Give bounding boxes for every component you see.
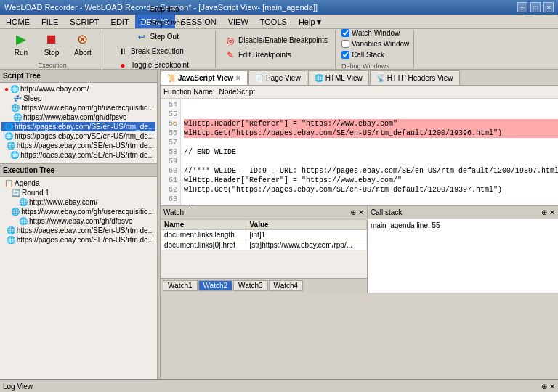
step-over-button[interactable]: ↷ Step Over [133, 17, 185, 30]
watch-tab-watch1[interactable]: Watch1 [163, 280, 198, 291]
menubar: HOMEFILESCRIPTEDITDEBUGSESSIONVIEWTOOLSH… [0, 15, 558, 29]
function-bar: Function Name: NodeScript [161, 86, 558, 99]
exec-tree-item[interactable]: 🌐 https://www.ebay.com/gh/useracquisitio… [1, 207, 155, 216]
line-numbers: 545556565758596061626364 [161, 99, 181, 205]
break-execution-button[interactable]: ⏸ Break Execution [114, 45, 211, 58]
code-line: wlHttp.Header["Referer"] = "https://www.… [184, 176, 558, 185]
script-tree-item[interactable]: 🌐 https://pages.ebay.com/SE/en-US/rtm_de… [1, 122, 155, 131]
edit-breakpoints-button[interactable]: ✎ Edit Breakpoints [222, 49, 294, 62]
minimize-btn[interactable]: ─ [517, 2, 527, 12]
menu-item-script[interactable]: SCRIPT [64, 15, 105, 28]
execution-label: Execution [38, 62, 67, 69]
menu-item-home[interactable]: HOME [0, 15, 36, 28]
html-tab-icon: 🌐 [315, 74, 323, 82]
menu-item-view[interactable]: VIEW [222, 15, 254, 28]
tab-close-icon[interactable]: ✕ [235, 75, 241, 82]
stop-button[interactable]: ⏹ Stop [38, 29, 65, 59]
script-tree-item[interactable]: 🌐 https://www.ebay.com/gh/useracquisitio… [1, 103, 155, 113]
run-button[interactable]: ▶ Run [7, 29, 35, 59]
tab-page-view[interactable]: 📄 Page View [248, 70, 307, 85]
variables-window-checkbox[interactable] [341, 40, 349, 48]
watch-column-header: Value [246, 220, 367, 230]
debug-windows-label: Debug Windows [341, 62, 389, 70]
js-tab-icon: 📜 [167, 74, 176, 82]
code-line [184, 195, 558, 204]
watch-row[interactable]: document.links[0].href[str]https://www.e… [161, 240, 367, 250]
tab-http-headers-view[interactable]: 📡 HTTP Headers View [370, 70, 460, 85]
tab-javascript-view[interactable]: 📜 JavaScript View ✕ [161, 70, 248, 85]
exec-tree-item[interactable]: 📋 Agenda [1, 179, 155, 188]
page-tab-icon: 📄 [255, 74, 264, 82]
titlebar: WebLOAD Recorder - WebLOAD Recorder Sess… [0, 0, 558, 15]
exec-tree-item[interactable]: 🌐 https://pages.ebay.com/SE/en-US/rtm de… [1, 235, 155, 245]
watch-window-checkbox[interactable] [341, 29, 349, 37]
code-line: ➤ wlHttp.Header["Referer"] = "https://ww… [184, 119, 558, 128]
script-tree-header: Script Tree [0, 70, 157, 83]
exec-tree-item[interactable]: 🌐 https://www.ebay.com/gh/dfpsvc [1, 216, 155, 226]
script-tree-item[interactable]: 🌐 https://www.ebay.com/gh/dfpsvc [1, 113, 155, 122]
watch-panel-header: Watch ⊕ ✕ [161, 206, 367, 219]
watch-tab-watch3[interactable]: Watch3 [233, 280, 268, 291]
exec-tree-item[interactable]: 🌐 http://www.ebay.com/ [1, 197, 155, 207]
script-tree-item[interactable]: 🌐 https://pages.ebay.com/SE/en-US/rtm_de… [1, 131, 155, 141]
http-tab-icon: 📡 [376, 74, 385, 82]
function-name-label: Function Name: [163, 88, 215, 96]
callstack-header: Call stack ⊕ ✕ [368, 206, 558, 219]
code-line [184, 100, 558, 110]
code-line: wlHttp.Get("https://pages.ebay.com/SE/en… [184, 185, 558, 195]
code-line [184, 157, 558, 166]
call-stack-checkbox[interactable] [341, 51, 349, 59]
menu-item-file[interactable]: FILE [36, 15, 64, 28]
script-tree-item[interactable]: 💤 Sleep [1, 94, 155, 103]
callstack-content: main_agenda line: 55 [368, 219, 558, 293]
code-line: // END WLIDE [184, 147, 558, 157]
step-out-button[interactable]: ↩ Step Out [133, 30, 185, 44]
watch-tab-watch4[interactable]: Watch4 [269, 280, 304, 291]
menu-item-help[interactable]: Help▼ [293, 15, 329, 28]
disable-breakpoints-button[interactable]: ◎ Disable/Enable Breakpoints [222, 34, 331, 47]
tabs-bar: 📜 JavaScript View ✕📄 Page View🌐 HTML Vie… [161, 70, 558, 86]
script-tree-item[interactable]: 🌐 https://oaes.ebay.com/SE/en-US/rtm de.… [1, 150, 155, 160]
close-btn[interactable]: ✕ [543, 2, 554, 12]
exec-tree-item[interactable]: 🌐 https://pages.ebay.com/SE/en-US/rtm de… [1, 226, 155, 235]
code-lines: ➤ wlHttp.Header["Referer"] = "https://ww… [181, 99, 558, 205]
code-line: wlHttp.Get("https://pages.ebay.com/SE/en… [184, 128, 558, 138]
abort-button[interactable]: ⊗ Abort [68, 29, 97, 59]
code-line: //**** WLIDE - ID:9 - URL: https://pages… [184, 166, 558, 176]
watch-row[interactable]: document.links.length[int]1 [161, 230, 367, 240]
exec-tree-item[interactable]: 🔄 Round 1 [1, 188, 155, 197]
watch-tab-watch2[interactable]: Watch2 [198, 280, 233, 291]
execution-arrow-icon: ➤ [172, 119, 181, 128]
code-line [184, 138, 558, 147]
code-line [184, 110, 558, 119]
execution-tree-header: Execution Tree [0, 164, 157, 177]
tab-html-view[interactable]: 🌐 HTML View [308, 70, 369, 85]
menu-item-edit[interactable]: EDIT [105, 15, 135, 28]
script-tree-item[interactable]: ● 🌐 http://www.ebay.com/ [1, 84, 155, 94]
script-tree-item[interactable]: 🌐 https://pages.ebay.com/SE/en-US/rtm de… [1, 141, 155, 150]
log-view-header: Log View ⊕ ✕ [0, 380, 558, 392]
function-name-value: NodeScript [219, 88, 255, 96]
toolbar: ▶ Run ⏹ Stop ⊗ Abort Execution ↪ Step In… [0, 29, 558, 70]
maximize-btn[interactable]: □ [530, 2, 541, 12]
watch-column-header: Name [161, 220, 246, 230]
step-into-button[interactable]: ↪ Step Into [133, 3, 185, 16]
menu-item-tools[interactable]: TOOLS [254, 15, 293, 28]
